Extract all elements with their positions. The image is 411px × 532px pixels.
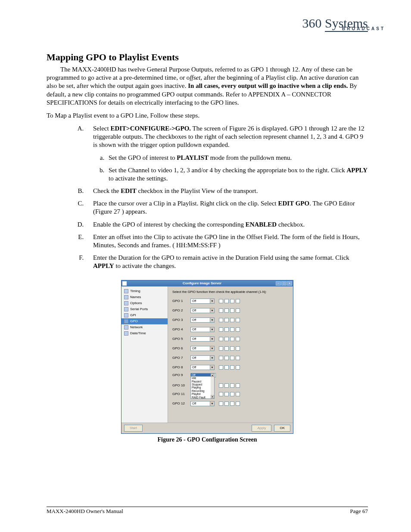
channel-checkbox[interactable] <box>224 392 229 396</box>
sidebar-item-date-time[interactable]: Date/Time <box>121 330 168 336</box>
channel-checkbox[interactable] <box>219 299 223 303</box>
sidebar-item-icon <box>124 301 128 305</box>
channel-checkbox[interactable] <box>224 365 229 370</box>
channel-checkbox[interactable] <box>230 318 234 322</box>
sidebar-item-label: Options <box>130 301 142 305</box>
channel-checkbox[interactable] <box>219 392 223 396</box>
channel-checkbox[interactable] <box>236 308 240 313</box>
gpo-row: GPO 5Off▼ <box>172 335 289 343</box>
substep-text: Set the Channel to video 1, 2, 3 and/or … <box>109 167 346 174</box>
channel-checkbox[interactable] <box>224 308 229 313</box>
channel-checkbox[interactable] <box>236 299 240 303</box>
channel-checkbox[interactable] <box>219 401 223 406</box>
ordered-steps: Select EDIT>CONFIGURE->GPO. The screen o… <box>47 124 368 271</box>
channel-checkbox[interactable] <box>236 401 240 406</box>
footer-right: Page 67 <box>350 508 368 515</box>
channel-checkbox[interactable] <box>230 383 234 388</box>
channel-checkbox[interactable] <box>224 356 229 360</box>
mode-dropdown[interactable]: Off▼ <box>190 299 215 304</box>
channel-checkbox[interactable] <box>219 327 223 332</box>
sidebar-item-label: GPO <box>130 319 138 323</box>
sidebar-item-gpo[interactable]: GPO <box>121 318 168 324</box>
panel-instruction: Select the GPIO function then check the … <box>172 290 289 294</box>
mode-dropdown[interactable]: Off▼ <box>190 401 215 406</box>
gpo-label: GPO 9 <box>172 373 190 377</box>
dropdown-value: Off <box>191 328 210 331</box>
channel-checkbox[interactable] <box>224 337 229 341</box>
channel-checkbox[interactable] <box>230 327 234 332</box>
mode-dropdown[interactable]: Off▼ <box>190 308 215 313</box>
ok-button[interactable]: OK <box>274 425 290 432</box>
page-footer: MAXX-2400HD Owner's Manual Page 67 <box>47 507 368 515</box>
channel-checkbox[interactable] <box>224 401 229 406</box>
gpo-row: GPO 3Off▼ <box>172 316 289 324</box>
channel-checkbox[interactable] <box>219 383 223 388</box>
sidebar-item-label: Names <box>130 295 141 299</box>
channel-checkbox[interactable] <box>224 299 229 303</box>
sidebar-item-network[interactable]: Network <box>121 324 168 330</box>
channel-checkbox[interactable] <box>224 383 229 388</box>
channel-checkbox[interactable] <box>219 337 223 341</box>
gpo-label: GPO 3 <box>172 318 190 322</box>
step-a: Select EDIT>CONFIGURE->GPO. The screen o… <box>85 124 368 183</box>
step-bold: ENABLED <box>246 221 277 228</box>
scroll-up-icon[interactable]: ▲ <box>211 373 214 377</box>
chevron-down-icon: ▼ <box>210 401 214 406</box>
mode-dropdown[interactable]: Off▼ <box>190 317 215 323</box>
channel-checkbox[interactable] <box>230 401 234 406</box>
channel-checkbox[interactable] <box>236 356 240 360</box>
gpo-row: GPO 2Off▼ <box>172 307 289 314</box>
gpo-label: GPO 6 <box>172 346 190 350</box>
sidebar-item-gpi[interactable]: GPI <box>121 312 168 318</box>
channel-checkbox[interactable] <box>230 346 234 351</box>
channel-checkbox[interactable] <box>236 327 240 332</box>
channel-checkbox[interactable] <box>236 318 240 322</box>
channel-checkbox[interactable] <box>219 318 223 322</box>
sidebar-item-serial-ports[interactable]: Serial Ports <box>121 306 168 312</box>
start-button[interactable]: Start <box>124 425 143 432</box>
channel-checkbox[interactable] <box>219 365 223 370</box>
sidebar-item-options[interactable]: Options <box>121 300 168 306</box>
channel-checkbox[interactable] <box>219 346 223 351</box>
step-bold: EDIT GPO <box>278 200 310 207</box>
channel-checkbox[interactable] <box>236 383 240 388</box>
sidebar-item-timing[interactable]: Timing <box>121 288 168 294</box>
gpo-label: GPO 12 <box>172 401 190 405</box>
channel-checkbox[interactable] <box>230 337 234 341</box>
channel-checkbox[interactable] <box>236 392 240 396</box>
maximize-button[interactable]: □ <box>281 281 286 286</box>
sidebar-item-icon <box>124 331 128 336</box>
mode-dropdown[interactable]: Off▼ <box>190 327 215 332</box>
channel-checkbox[interactable] <box>230 356 234 360</box>
sidebar-item-icon <box>124 313 128 317</box>
dropdown-value: Off <box>191 309 210 312</box>
sidebar-item-names[interactable]: Names <box>121 294 168 300</box>
minimize-button[interactable]: − <box>276 281 281 286</box>
channel-checkbox[interactable] <box>230 308 234 313</box>
channel-checkbox[interactable] <box>219 308 223 313</box>
apply-button[interactable]: Apply <box>252 425 271 432</box>
mode-dropdown[interactable]: Off▼ <box>190 346 215 351</box>
step-text: Enable the GPO of interest by checking t… <box>93 221 246 228</box>
mode-dropdown[interactable]: Off▼ <box>190 365 215 370</box>
gpo-label: GPO 10 <box>172 383 190 387</box>
gpo-label: GPO 5 <box>172 337 190 341</box>
channel-checkbox[interactable] <box>230 299 234 303</box>
step-d: Enable the GPO of interest by checking t… <box>85 221 368 229</box>
channel-checkbox[interactable] <box>219 356 223 360</box>
channel-checkbox[interactable] <box>224 318 229 322</box>
channel-checkbox[interactable] <box>236 337 240 341</box>
channel-checkbox[interactable] <box>230 365 234 370</box>
channel-checkbox[interactable] <box>224 327 229 332</box>
channel-checkbox[interactable] <box>230 392 234 396</box>
channel-checkbox[interactable] <box>224 346 229 351</box>
close-button[interactable]: × <box>287 281 292 286</box>
channel-checkbox[interactable] <box>236 346 240 351</box>
para-italic-offset: ffset, <box>190 74 202 81</box>
step-f: Enter the Duration for the GPO to remain… <box>85 254 368 270</box>
sidebar-item-label: GPI <box>130 313 136 317</box>
mode-dropdown[interactable]: Off▼ <box>190 355 215 361</box>
mode-dropdown[interactable]: Off▼ <box>190 336 215 342</box>
channel-checkbox[interactable] <box>236 365 240 370</box>
gpo-row: GPO 12Off▼ <box>172 400 289 408</box>
